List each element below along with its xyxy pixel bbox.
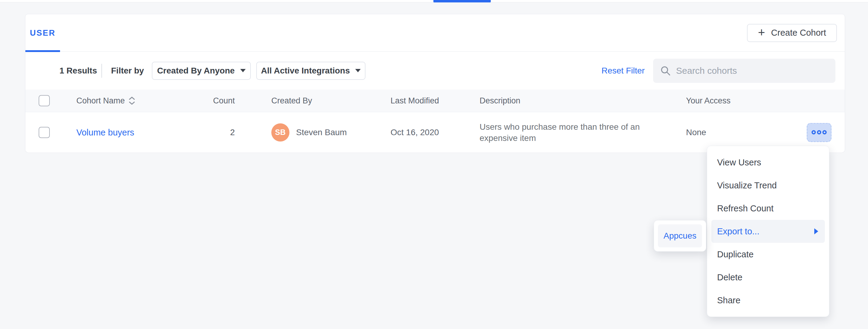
create-cohort-button[interactable]: + Create Cohort xyxy=(747,24,837,42)
cohort-name-link[interactable]: Volume buyers xyxy=(76,127,134,137)
created-by-dropdown-label: Created By Anyone xyxy=(157,66,235,76)
row-actions-menu: View Users Visualize Trend Refresh Count… xyxy=(707,146,829,317)
created-by-name: Steven Baum xyxy=(296,128,347,137)
submenu-arrow-icon xyxy=(814,228,818,235)
chevron-down-icon xyxy=(355,69,361,72)
filter-by-label: Filter by xyxy=(111,66,144,76)
top-nav-strip xyxy=(0,0,868,2)
header-last-modified: Last Modified xyxy=(391,96,439,106)
search-icon xyxy=(660,65,671,76)
integrations-dropdown[interactable]: All Active Integrations xyxy=(256,62,366,80)
count-cell: 2 xyxy=(188,128,235,137)
export-submenu: Appcues xyxy=(654,220,706,252)
row-actions-button[interactable] xyxy=(807,123,832,142)
sort-icon xyxy=(129,97,135,105)
row-checkbox[interactable] xyxy=(39,127,50,138)
ellipsis-icon xyxy=(812,130,816,135)
table-header-row: Cohort Name Count Created By Last Modifi… xyxy=(25,89,845,112)
tab-user[interactable]: USER xyxy=(25,14,60,52)
menu-item-delete[interactable]: Delete xyxy=(711,266,825,289)
menu-item-share[interactable]: Share xyxy=(711,289,825,312)
your-access-cell: None xyxy=(686,128,706,137)
submenu-item-appcues[interactable]: Appcues xyxy=(658,224,702,247)
tab-row: USER + Create Cohort xyxy=(25,14,845,52)
integrations-dropdown-label: All Active Integrations xyxy=(261,66,350,76)
cohorts-card: USER + Create Cohort 1 Results Filter by… xyxy=(25,14,845,153)
header-created-by: Created By xyxy=(271,96,312,106)
search-box[interactable] xyxy=(653,59,835,83)
header-your-access: Your Access xyxy=(686,96,731,106)
plus-icon: + xyxy=(758,26,765,38)
avatar: SB xyxy=(271,124,289,141)
create-cohort-label: Create Cohort xyxy=(771,28,826,38)
menu-item-duplicate[interactable]: Duplicate xyxy=(711,243,825,266)
search-input[interactable] xyxy=(676,65,828,76)
header-description: Description xyxy=(479,96,661,106)
results-count: 1 Results xyxy=(59,66,97,76)
menu-item-refresh-count[interactable]: Refresh Count xyxy=(711,197,825,220)
filter-row: 1 Results Filter by Created By Anyone Al… xyxy=(25,52,845,89)
menu-item-export-to[interactable]: Export to... xyxy=(711,220,825,243)
last-modified-cell: Oct 16, 2020 xyxy=(391,128,439,137)
active-tab-indicator xyxy=(433,0,491,2)
created-by-dropdown[interactable]: Created By Anyone xyxy=(152,62,251,80)
select-all-checkbox[interactable] xyxy=(39,95,50,106)
menu-item-visualize-trend[interactable]: Visualize Trend xyxy=(711,174,825,197)
reset-filter-link[interactable]: Reset Filter xyxy=(601,66,645,76)
filter-divider xyxy=(101,64,102,78)
chevron-down-icon xyxy=(240,69,246,72)
header-cohort-name[interactable]: Cohort Name xyxy=(76,96,135,106)
header-count: Count xyxy=(188,96,235,106)
tab-user-label: USER xyxy=(30,28,56,38)
description-cell: Users who purchase more than three of an… xyxy=(479,121,661,144)
menu-item-view-users[interactable]: View Users xyxy=(711,151,825,174)
created-by-cell: SB Steven Baum xyxy=(271,124,347,141)
